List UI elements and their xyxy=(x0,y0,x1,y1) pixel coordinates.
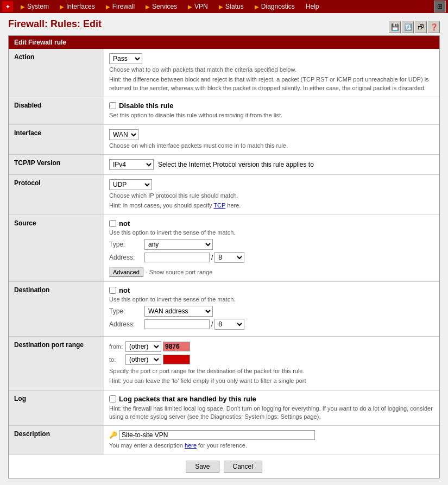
page-icon-save[interactable]: 💾 xyxy=(389,21,401,33)
dest-not-checkbox[interactable] xyxy=(109,287,116,294)
destination-label: Destination xyxy=(9,281,104,336)
save-button[interactable]: Save xyxy=(186,461,219,473)
nav-help[interactable]: Help xyxy=(300,0,325,13)
source-not-row: not xyxy=(109,219,434,228)
protocol-help-link[interactable]: TCP xyxy=(213,202,225,209)
disabled-checkbox[interactable] xyxy=(109,102,116,109)
nav-status[interactable]: ▶ Status xyxy=(213,0,249,13)
dest-not-row: not xyxy=(109,286,434,294)
nav-arrow-vpn: ▶ xyxy=(188,4,192,10)
nav-grid-icon[interactable]: ⊞ xyxy=(434,1,446,12)
action-select[interactable]: Pass Block Reject xyxy=(109,53,142,64)
page-icon-window[interactable]: 🗗 xyxy=(415,21,427,33)
dest-type-row: Type: any single host or alias network W… xyxy=(109,306,434,317)
desc-icon: 🔑 xyxy=(109,431,117,439)
destination-content: not Use this option to invert the sense … xyxy=(104,281,439,336)
nav-services[interactable]: ▶ Services xyxy=(140,0,182,13)
ipver-row: IPv4 IPv6 IPv4+IPv6 Select the Internet … xyxy=(109,159,434,170)
dest-address-input[interactable] xyxy=(144,319,210,329)
dest-port-content: from: (other) HTTP HTTPS FTP SSH to: xyxy=(104,336,439,390)
nav-arrow-diagnostics: ▶ xyxy=(255,4,259,10)
interface-select[interactable]: WAN LAN xyxy=(109,129,138,140)
edit-panel: Edit Firewall rule Action Pass Block Rej… xyxy=(8,35,440,478)
description-help: You may enter a description here for you… xyxy=(109,442,434,450)
port-from-select[interactable]: (other) HTTP HTTPS FTP SSH xyxy=(125,341,161,352)
page-icon-help[interactable]: ❓ xyxy=(428,21,440,33)
log-row: Log Log packets that are handled by this… xyxy=(9,390,439,426)
source-advanced-text: - Show source port range xyxy=(146,269,213,275)
source-address-row: Address: / 8 16 24 32 xyxy=(109,252,434,263)
port-to-label: to: xyxy=(109,356,125,363)
protocol-row: Protocol TCP UDP TCP/UDP ICMP any Choose… xyxy=(9,174,439,215)
description-input[interactable] xyxy=(119,430,315,440)
disabled-content: Disable this rule Set this option to dis… xyxy=(104,97,439,124)
port-to-input[interactable] xyxy=(163,355,190,364)
description-here-link[interactable]: here xyxy=(185,442,197,449)
source-address-input[interactable] xyxy=(144,253,210,262)
disabled-checkbox-label: Disable this rule xyxy=(119,102,173,110)
nav-interfaces[interactable]: ▶ Interfaces xyxy=(54,0,100,13)
description-label: Description xyxy=(9,426,104,455)
nav-diagnostics[interactable]: ▶ Diagnostics xyxy=(249,0,300,13)
page-icon-reload[interactable]: 🔃 xyxy=(402,21,414,33)
source-not-label: not xyxy=(119,219,130,228)
destination-row: Destination not Use this option to inver… xyxy=(9,281,439,336)
tcpip-inline-text: Select the Internet Protocol version thi… xyxy=(158,161,314,168)
dest-address-row: Address: / 8 16 24 32 xyxy=(109,319,434,330)
nav-arrow-services: ▶ xyxy=(146,4,150,10)
btn-row: Save Cancel xyxy=(9,455,439,478)
action-select-wrap: Pass Block Reject xyxy=(109,53,434,64)
log-checkbox[interactable] xyxy=(109,395,116,402)
source-mask-select[interactable]: 8 16 24 32 xyxy=(214,252,244,263)
source-advanced-btn[interactable]: Advanced xyxy=(109,267,143,277)
protocol-help2: Hint: in most cases, you should specify … xyxy=(109,201,434,210)
source-type-select[interactable]: any single host or alias network WAN add… xyxy=(144,239,213,250)
source-use-text: Use this option to invert the sense of t… xyxy=(109,229,434,236)
dest-port-help1: Specify the port or port range for the d… xyxy=(109,367,434,375)
action-content: Pass Block Reject Choose what to do with… xyxy=(104,49,439,97)
source-address-label: Address: xyxy=(109,254,144,261)
tcpip-select[interactable]: IPv4 IPv6 IPv4+IPv6 xyxy=(109,159,154,170)
interface-row: Interface WAN LAN Choose on which interf… xyxy=(9,124,439,154)
source-advanced-row: Advanced - Show source port range xyxy=(109,267,434,277)
log-checkbox-row: Log packets that are handled by this rul… xyxy=(109,395,434,403)
dest-type-select[interactable]: any single host or alias network WAN add… xyxy=(144,306,213,317)
source-type-row: Type: any single host or alias network W… xyxy=(109,239,434,250)
nav-arrow-interfaces: ▶ xyxy=(60,4,64,10)
description-content: 🔑 You may enter a description here for y… xyxy=(104,426,439,455)
tcpip-label: TCP/IP Version xyxy=(9,154,104,174)
interface-content: WAN LAN Choose on which interface packet… xyxy=(104,124,439,154)
disabled-row: Disabled Disable this rule Set this opti… xyxy=(9,97,439,124)
form-table: Action Pass Block Reject Choose what to … xyxy=(9,49,439,455)
dest-mask-select[interactable]: 8 16 24 32 xyxy=(214,319,244,330)
dest-port-label: Destination port range xyxy=(9,336,104,390)
log-checkbox-label: Log packets that are handled by this rul… xyxy=(119,395,256,403)
dest-sub-form: Type: any single host or alias network W… xyxy=(109,306,434,330)
protocol-label: Protocol xyxy=(9,174,104,215)
page-title: Firewall: Rules: Edit xyxy=(8,18,440,30)
panel-header: Edit Firewall rule xyxy=(9,36,439,49)
source-sub-form: Type: any single host or alias network W… xyxy=(109,239,434,263)
log-content: Log packets that are handled by this rul… xyxy=(104,390,439,426)
dest-port-help2: Hint: you can leave the 'to' field empty… xyxy=(109,377,434,385)
port-to-select[interactable]: (other) HTTP HTTPS FTP SSH xyxy=(125,354,161,365)
cancel-button[interactable]: Cancel xyxy=(224,461,262,473)
dest-port-row: Destination port range from: (other) HTT… xyxy=(9,336,439,390)
dest-use-text: Use this option to invert the sense of t… xyxy=(109,296,434,303)
log-label: Log xyxy=(9,390,104,426)
source-slash: / xyxy=(211,254,213,261)
nav-system[interactable]: ▶ System xyxy=(15,0,54,13)
port-from-input[interactable] xyxy=(163,342,190,351)
action-row: Action Pass Block Reject Choose what to … xyxy=(9,49,439,97)
nav-arrow-system: ▶ xyxy=(21,4,25,10)
protocol-help1: Choose which IP protocol this rule shoul… xyxy=(109,192,434,200)
port-from-label: from: xyxy=(109,343,125,350)
log-help: Hint: the firewall has limited local log… xyxy=(109,405,434,421)
source-not-checkbox[interactable] xyxy=(109,220,116,227)
nav-vpn[interactable]: ▶ VPN xyxy=(182,0,213,13)
tcpip-row: TCP/IP Version IPv4 IPv6 IPv4+IPv6 Selec… xyxy=(9,154,439,174)
nav-firewall[interactable]: ▶ Firewall xyxy=(100,0,140,13)
protocol-select[interactable]: TCP UDP TCP/UDP ICMP any xyxy=(109,179,152,190)
tcpip-content: IPv4 IPv6 IPv4+IPv6 Select the Internet … xyxy=(104,154,439,174)
source-label: Source xyxy=(9,215,104,281)
